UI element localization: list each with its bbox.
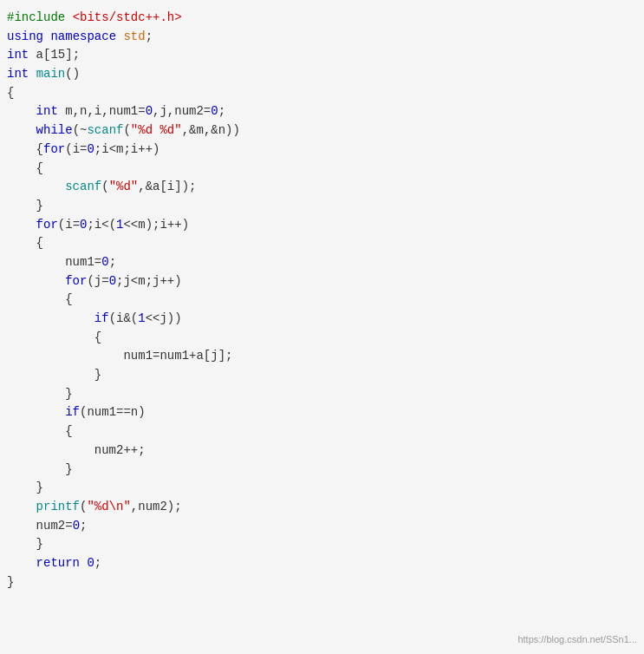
- code-line: {for(i=0;i<m;i++): [7, 141, 637, 160]
- code-line: using namespace std;: [7, 28, 637, 47]
- code-line: return 0;: [7, 554, 637, 573]
- code-line: {: [7, 422, 637, 441]
- code-line: }: [7, 535, 637, 554]
- code-line: {: [7, 291, 637, 310]
- code-line: }: [7, 479, 637, 498]
- code-line: for(j=0;j<m;j++): [7, 272, 637, 291]
- code-line: }: [7, 385, 637, 404]
- code-line: {: [7, 84, 637, 103]
- code-line: {: [7, 329, 637, 348]
- code-line: while(~scanf("%d %d",&m,&n)): [7, 121, 637, 141]
- code-line: if(i&(1<<j)): [7, 310, 637, 329]
- code-line: printf("%d\n",num2);: [7, 498, 637, 517]
- code-line: }: [7, 197, 637, 216]
- code-line: #include <bits/stdc++.h>: [7, 9, 637, 28]
- code-line: }: [7, 366, 637, 385]
- code-line: {: [7, 234, 637, 253]
- code-line: {: [7, 160, 637, 179]
- code-line: int main(): [7, 65, 637, 84]
- code-line: if(num1==n): [7, 403, 637, 422]
- code-editor: #include <bits/stdc++.h>using namespace …: [0, 0, 644, 654]
- code-line: num2=0;: [7, 517, 637, 536]
- code-line: }: [7, 461, 637, 480]
- code-block: #include <bits/stdc++.h>using namespace …: [7, 9, 637, 592]
- code-line: num1=0;: [7, 253, 637, 272]
- code-line: }: [7, 573, 637, 592]
- code-line: scanf("%d",&a[i]);: [7, 178, 637, 197]
- code-line: num1=num1+a[j];: [7, 347, 637, 366]
- code-line: int a[15];: [7, 46, 637, 65]
- code-line: for(i=0;i<(1<<m);i++): [7, 216, 637, 235]
- code-line: int m,n,i,num1=0,j,num2=0;: [7, 102, 637, 121]
- watermark: https://blog.csdn.net/SSn1...: [517, 632, 637, 647]
- code-line: num2++;: [7, 441, 637, 461]
